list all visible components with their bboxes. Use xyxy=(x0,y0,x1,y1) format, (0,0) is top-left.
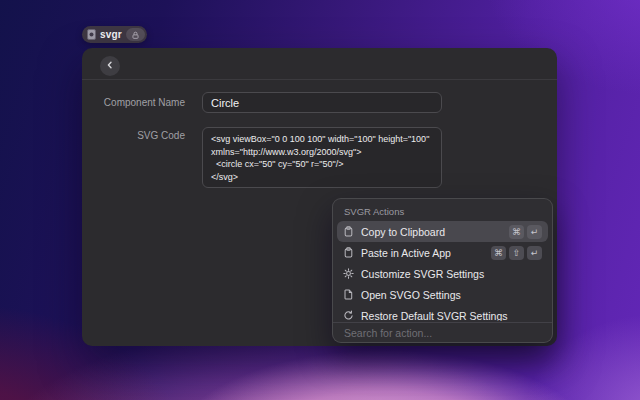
document-icon xyxy=(343,289,354,300)
action-item-label: Customize SVGR Settings xyxy=(361,268,542,280)
action-item-open-svgo-settings[interactable]: Open SVGO Settings xyxy=(337,284,548,305)
shortcut-keys: ⌘⇧↵ xyxy=(491,246,542,260)
action-item-customize-svgr-settings[interactable]: Customize SVGR Settings xyxy=(337,263,548,284)
header-divider xyxy=(82,79,557,80)
action-item-copy-to-clipboard[interactable]: Copy to Clipboard⌘↵ xyxy=(337,221,548,242)
shortcut-keys: ⌘↵ xyxy=(509,225,542,239)
action-item-label: Paste in Active App xyxy=(361,247,484,259)
actions-panel-title: SVGR Actions xyxy=(344,206,404,217)
gear-icon xyxy=(343,268,354,279)
key-cap: ↵ xyxy=(527,246,542,260)
chevron-left-icon xyxy=(104,59,116,74)
action-item-label: Restore Default SVGR Settings xyxy=(361,310,542,322)
svg-code-textarea[interactable]: <svg viewBox="0 0 100 100" width="100" h… xyxy=(202,127,442,188)
svgr-extension-icon xyxy=(87,26,96,44)
action-item-paste-in-active-app[interactable]: Paste in Active App⌘⇧↵ xyxy=(337,242,548,263)
clipboard-icon xyxy=(343,226,354,237)
key-cap: ↵ xyxy=(527,225,542,239)
app-title: svgr xyxy=(100,29,122,40)
action-item-restore-default-svgr-settings[interactable]: Restore Default SVGR Settings xyxy=(337,305,548,321)
key-cap: ⌘ xyxy=(491,246,506,260)
clipboard-icon xyxy=(343,247,354,258)
app-window-chip[interactable]: svgr xyxy=(82,26,147,43)
action-item-label: Copy to Clipboard xyxy=(361,226,502,238)
component-name-input[interactable] xyxy=(202,92,442,113)
component-name-label: Component Name xyxy=(82,92,185,113)
lock-icon xyxy=(131,26,140,44)
action-list: Copy to Clipboard⌘↵Paste in Active App⌘⇧… xyxy=(337,221,548,321)
back-button[interactable] xyxy=(100,56,120,76)
refresh-icon xyxy=(343,310,354,321)
lock-badge xyxy=(126,28,145,41)
key-cap: ⌘ xyxy=(509,225,524,239)
key-cap: ⇧ xyxy=(509,246,524,260)
actions-panel: SVGR Actions Copy to Clipboard⌘↵Paste in… xyxy=(332,198,553,343)
action-item-label: Open SVGO Settings xyxy=(361,289,542,301)
svg-code-label: SVG Code xyxy=(82,130,185,142)
action-search-input[interactable] xyxy=(337,323,548,342)
